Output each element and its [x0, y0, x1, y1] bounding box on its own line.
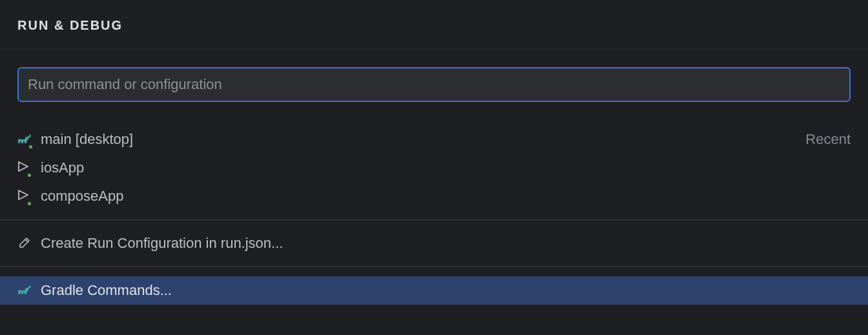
create-run-config-item[interactable]: Create Run Configuration in run.json... [0, 229, 868, 258]
divider [0, 219, 868, 220]
config-label: main [desktop] [41, 131, 805, 148]
config-list: main [desktop] Recent iosApp composeApp [0, 102, 868, 305]
run-icon [17, 159, 36, 176]
gradle-commands-label: Gradle Commands... [41, 282, 851, 299]
run-icon [17, 188, 36, 205]
config-item-main-desktop[interactable]: main [desktop] Recent [0, 125, 868, 154]
gradle-icon [17, 282, 36, 299]
divider [0, 267, 868, 267]
config-item-composeapp[interactable]: composeApp [0, 182, 868, 210]
config-item-iosapp[interactable]: iosApp [0, 154, 868, 182]
config-hint: Recent [805, 131, 851, 148]
panel-header: RUN & DEBUG [0, 0, 868, 49]
search-wrapper [0, 49, 868, 102]
config-label: iosApp [41, 159, 851, 176]
config-label: composeApp [41, 188, 851, 205]
edit-icon [17, 237, 36, 250]
create-config-label: Create Run Configuration in run.json... [41, 235, 851, 252]
gradle-commands-item[interactable]: Gradle Commands... [0, 276, 868, 305]
gradle-icon [17, 131, 36, 148]
run-command-input[interactable] [17, 67, 851, 102]
panel-title: RUN & DEBUG [17, 18, 851, 33]
